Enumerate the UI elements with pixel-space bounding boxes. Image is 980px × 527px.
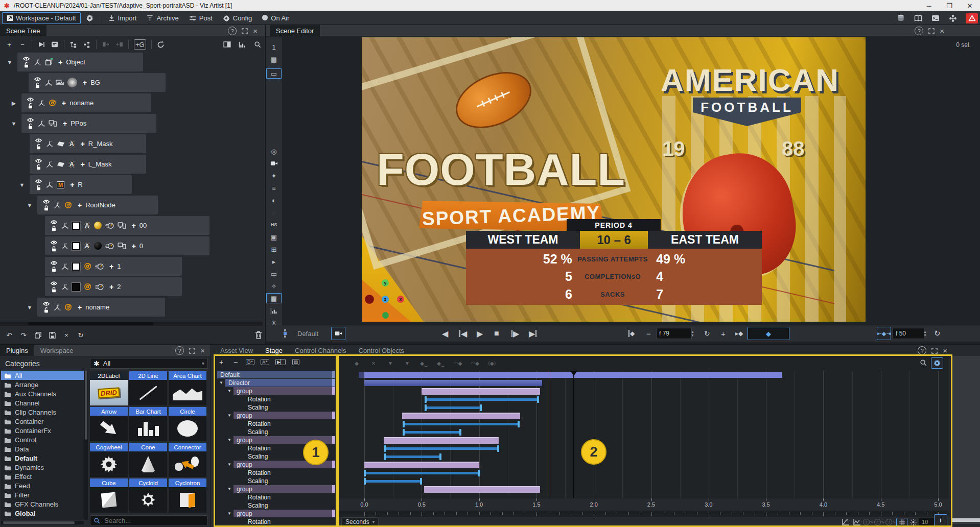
plugin-tile-area-chart[interactable]: Area Chart <box>169 371 206 405</box>
frame-current-field[interactable] <box>656 325 692 342</box>
channel-1-icon[interactable]: 1∿ <box>862 518 874 526</box>
tree-row-R[interactable]: YZXM+R <box>30 175 132 194</box>
help-icon[interactable]: ? <box>915 27 923 35</box>
stage-row-rotation[interactable]: Rotation <box>248 493 271 501</box>
close-panel-icon[interactable]: × <box>940 27 944 35</box>
close-panel-icon[interactable]: × <box>943 347 947 354</box>
key-path1-icon[interactable]: ◆‿ <box>420 358 428 368</box>
eye-icon[interactable] <box>23 56 30 61</box>
key-group-icon[interactable]: ⟨◆⟩ <box>488 358 496 368</box>
category-container[interactable]: Container <box>1 417 84 426</box>
tab-control-objects[interactable]: Control Objects <box>353 345 411 356</box>
timeline-bar-group[interactable] <box>384 437 499 444</box>
eye-icon[interactable] <box>51 281 57 286</box>
refresh-small-icon[interactable]: ↻ <box>77 330 85 340</box>
undo-icon[interactable]: ↶ <box>5 330 13 340</box>
frame-spinner[interactable]: ▲▼ <box>691 325 694 342</box>
plugin-search-box[interactable] <box>90 515 208 526</box>
tree-row-noname[interactable]: YZX+noname <box>37 298 165 317</box>
menu-item-archive[interactable]: Archive <box>142 11 183 25</box>
frame-end-input[interactable] <box>893 328 924 339</box>
category-filter[interactable]: Filter <box>1 490 84 499</box>
expand-panel-icon[interactable] <box>189 348 195 354</box>
loop-icon[interactable]: ↻ <box>934 325 941 342</box>
stage-row-scaling[interactable]: Scaling <box>248 403 268 411</box>
help-icon[interactable]: ? <box>228 27 237 35</box>
plugin-tile-bar-chart[interactable]: Bar Chart <box>129 407 167 441</box>
category-containerfx[interactable]: ContainerFx <box>1 426 84 435</box>
keyframe-cap[interactable] <box>384 445 386 452</box>
keyframe-cap[interactable] <box>480 404 482 411</box>
x-axis-gizmo[interactable]: x <box>397 296 404 303</box>
next-key-icon[interactable]: ▸◆ <box>735 325 743 342</box>
eye-icon[interactable] <box>35 179 42 184</box>
remove-icon[interactable]: − <box>18 40 27 49</box>
lock-open-icon[interactable] <box>36 143 41 150</box>
add-child-icon[interactable]: + <box>81 140 85 148</box>
tab-workspace[interactable]: Workspace <box>34 345 80 356</box>
tab-scene-editor[interactable]: Scene Editor <box>270 25 320 36</box>
redo-icon[interactable]: ↷ <box>19 330 28 340</box>
categories-vscrollbar[interactable] <box>84 371 88 520</box>
timeline-bar-channel[interactable] <box>364 472 479 474</box>
keyframe-cap[interactable] <box>425 404 427 411</box>
eye-icon[interactable] <box>51 220 57 225</box>
note-icon[interactable] <box>51 40 59 49</box>
keyframe-cap[interactable] <box>439 453 441 460</box>
chevron-down-icon[interactable]: ▼ <box>26 202 33 208</box>
eye-icon[interactable] <box>34 77 41 82</box>
split-icon[interactable]: ⊞ <box>266 244 282 255</box>
refresh-icon[interactable] <box>157 40 165 49</box>
add-child-icon[interactable]: + <box>109 262 113 271</box>
copy-icon[interactable] <box>34 330 42 340</box>
scene-tree-hscrollbar[interactable] <box>0 322 263 326</box>
stop-button[interactable]: ■ <box>494 325 499 342</box>
lock-closed-icon[interactable] <box>51 286 57 293</box>
stage-row-rotation[interactable]: Rotation <box>248 444 271 452</box>
playhead-handle[interactable] <box>570 371 577 376</box>
key-path4-icon[interactable]: ◠◆ <box>471 358 479 368</box>
hs-icon[interactable]: HS <box>266 219 282 230</box>
category-aux-channels[interactable]: Aux Channels <box>1 389 84 398</box>
chevron-down-icon[interactable]: ▼ <box>26 304 33 310</box>
plugin-tile-2dlabel[interactable]: 2DLabelDRID <box>90 371 128 405</box>
eye-icon[interactable] <box>27 97 34 102</box>
frame-end-field[interactable] <box>893 325 924 342</box>
y-axis-gizmo[interactable]: y <box>382 279 389 286</box>
plugin-tile-2d-line[interactable]: 2D Line <box>129 371 167 405</box>
category-data[interactable]: Data <box>1 444 84 453</box>
stage-row-group[interactable]: ▼group <box>234 510 335 517</box>
key-delete-icon[interactable]: ✕ <box>369 358 378 368</box>
fit-keys-button[interactable]: ⇤◆⇥ <box>877 325 891 342</box>
channel-2-icon[interactable]: 2∿ <box>874 518 885 526</box>
search-input[interactable] <box>103 516 197 525</box>
tab-plugins[interactable]: Plugins <box>0 345 34 356</box>
add-child-icon[interactable]: + <box>83 79 87 87</box>
tab-control-channels[interactable]: Control Channels <box>289 345 352 356</box>
stage-row-rotation[interactable]: Rotation <box>248 395 271 403</box>
keyframe-cap[interactable] <box>478 470 480 476</box>
keyframe-cap[interactable] <box>403 429 405 436</box>
scene-viewport[interactable]: FOOTBALL SPORT ACADEMY AMERICAN FOOTBALL… <box>362 37 866 322</box>
tab-scene-tree[interactable]: Scene Tree <box>0 25 46 36</box>
close-button[interactable]: ✕ <box>960 0 980 11</box>
tree-row-PPos[interactable]: YZX+PPos <box>21 114 156 133</box>
comment-icon[interactable]: ▤ <box>266 54 282 65</box>
close-panel-icon[interactable]: × <box>253 27 258 35</box>
category-clip-channels[interactable]: Clip Channels <box>1 408 84 417</box>
key-insert-icon[interactable]: ◆ <box>353 358 361 368</box>
add-director-icon[interactable]: D⁺ <box>246 357 254 367</box>
increment-button[interactable]: + <box>721 325 726 342</box>
stage-row-scaling[interactable]: Scaling <box>248 428 268 436</box>
category-arrange[interactable]: Arrange <box>1 380 84 389</box>
tree-row-R_Mask[interactable]: YZXA+R_Mask <box>30 134 146 153</box>
keyframe-cap[interactable] <box>497 445 499 452</box>
spotlight-icon[interactable]: ✦ <box>266 170 282 181</box>
menu-item-config[interactable]: Config <box>218 11 258 25</box>
stage-row-director[interactable]: ▼Director <box>225 379 335 387</box>
eye-icon[interactable] <box>43 301 50 306</box>
mesh-icon[interactable]: ◌ <box>266 207 282 218</box>
add-child-icon[interactable]: + <box>62 99 66 107</box>
bulb-icon[interactable]: ✧ <box>266 280 282 292</box>
tree-row-BG[interactable]: YZX+BG <box>29 73 166 92</box>
